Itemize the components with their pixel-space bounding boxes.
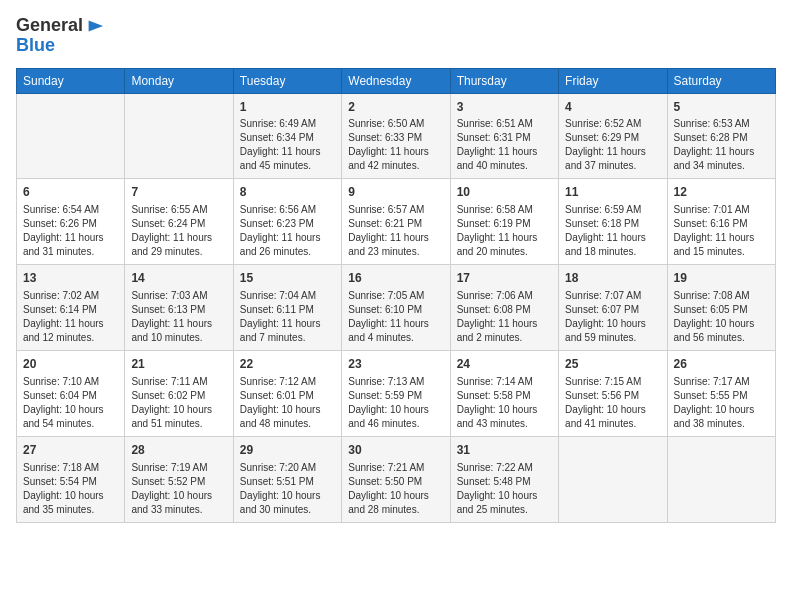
day-number: 1 — [240, 99, 335, 116]
calendar-cell — [17, 93, 125, 179]
calendar-cell: 7Sunrise: 6:55 AM Sunset: 6:24 PM Daylig… — [125, 179, 233, 265]
day-number: 25 — [565, 356, 660, 373]
calendar-cell: 13Sunrise: 7:02 AM Sunset: 6:14 PM Dayli… — [17, 265, 125, 351]
calendar-cell: 1Sunrise: 6:49 AM Sunset: 6:34 PM Daylig… — [233, 93, 341, 179]
calendar-cell: 30Sunrise: 7:21 AM Sunset: 5:50 PM Dayli… — [342, 436, 450, 522]
week-row-5: 27Sunrise: 7:18 AM Sunset: 5:54 PM Dayli… — [17, 436, 776, 522]
day-number: 12 — [674, 184, 769, 201]
cell-info: Sunrise: 7:14 AM Sunset: 5:58 PM Dayligh… — [457, 375, 552, 431]
cell-info: Sunrise: 7:06 AM Sunset: 6:08 PM Dayligh… — [457, 289, 552, 345]
day-number: 23 — [348, 356, 443, 373]
calendar-cell: 28Sunrise: 7:19 AM Sunset: 5:52 PM Dayli… — [125, 436, 233, 522]
day-header-friday: Friday — [559, 68, 667, 93]
header-row: SundayMondayTuesdayWednesdayThursdayFrid… — [17, 68, 776, 93]
day-number: 17 — [457, 270, 552, 287]
week-row-2: 6Sunrise: 6:54 AM Sunset: 6:26 PM Daylig… — [17, 179, 776, 265]
day-header-wednesday: Wednesday — [342, 68, 450, 93]
cell-info: Sunrise: 7:11 AM Sunset: 6:02 PM Dayligh… — [131, 375, 226, 431]
day-number: 16 — [348, 270, 443, 287]
calendar-cell: 26Sunrise: 7:17 AM Sunset: 5:55 PM Dayli… — [667, 350, 775, 436]
day-number: 14 — [131, 270, 226, 287]
cell-info: Sunrise: 7:07 AM Sunset: 6:07 PM Dayligh… — [565, 289, 660, 345]
calendar-cell: 5Sunrise: 6:53 AM Sunset: 6:28 PM Daylig… — [667, 93, 775, 179]
day-number: 9 — [348, 184, 443, 201]
cell-info: Sunrise: 6:59 AM Sunset: 6:18 PM Dayligh… — [565, 203, 660, 259]
calendar-cell: 19Sunrise: 7:08 AM Sunset: 6:05 PM Dayli… — [667, 265, 775, 351]
calendar-cell — [125, 93, 233, 179]
calendar-cell: 25Sunrise: 7:15 AM Sunset: 5:56 PM Dayli… — [559, 350, 667, 436]
calendar-body: 1Sunrise: 6:49 AM Sunset: 6:34 PM Daylig… — [17, 93, 776, 522]
cell-info: Sunrise: 7:10 AM Sunset: 6:04 PM Dayligh… — [23, 375, 118, 431]
day-number: 8 — [240, 184, 335, 201]
day-number: 22 — [240, 356, 335, 373]
cell-info: Sunrise: 6:51 AM Sunset: 6:31 PM Dayligh… — [457, 117, 552, 173]
cell-info: Sunrise: 6:54 AM Sunset: 6:26 PM Dayligh… — [23, 203, 118, 259]
day-number: 6 — [23, 184, 118, 201]
calendar-table: SundayMondayTuesdayWednesdayThursdayFrid… — [16, 68, 776, 523]
cell-info: Sunrise: 6:58 AM Sunset: 6:19 PM Dayligh… — [457, 203, 552, 259]
day-number: 4 — [565, 99, 660, 116]
cell-info: Sunrise: 6:49 AM Sunset: 6:34 PM Dayligh… — [240, 117, 335, 173]
day-number: 30 — [348, 442, 443, 459]
calendar-cell: 4Sunrise: 6:52 AM Sunset: 6:29 PM Daylig… — [559, 93, 667, 179]
cell-info: Sunrise: 7:13 AM Sunset: 5:59 PM Dayligh… — [348, 375, 443, 431]
calendar-cell: 24Sunrise: 7:14 AM Sunset: 5:58 PM Dayli… — [450, 350, 558, 436]
calendar-cell: 31Sunrise: 7:22 AM Sunset: 5:48 PM Dayli… — [450, 436, 558, 522]
week-row-4: 20Sunrise: 7:10 AM Sunset: 6:04 PM Dayli… — [17, 350, 776, 436]
cell-info: Sunrise: 6:50 AM Sunset: 6:33 PM Dayligh… — [348, 117, 443, 173]
day-number: 18 — [565, 270, 660, 287]
calendar-cell: 6Sunrise: 6:54 AM Sunset: 6:26 PM Daylig… — [17, 179, 125, 265]
day-header-thursday: Thursday — [450, 68, 558, 93]
day-number: 27 — [23, 442, 118, 459]
day-number: 31 — [457, 442, 552, 459]
cell-info: Sunrise: 7:04 AM Sunset: 6:11 PM Dayligh… — [240, 289, 335, 345]
day-number: 20 — [23, 356, 118, 373]
logo-text: General Blue — [16, 16, 103, 56]
cell-info: Sunrise: 7:05 AM Sunset: 6:10 PM Dayligh… — [348, 289, 443, 345]
calendar-cell: 22Sunrise: 7:12 AM Sunset: 6:01 PM Dayli… — [233, 350, 341, 436]
day-number: 24 — [457, 356, 552, 373]
calendar-cell: 8Sunrise: 6:56 AM Sunset: 6:23 PM Daylig… — [233, 179, 341, 265]
cell-info: Sunrise: 7:08 AM Sunset: 6:05 PM Dayligh… — [674, 289, 769, 345]
calendar-cell — [559, 436, 667, 522]
day-number: 2 — [348, 99, 443, 116]
calendar-cell: 21Sunrise: 7:11 AM Sunset: 6:02 PM Dayli… — [125, 350, 233, 436]
calendar-cell: 2Sunrise: 6:50 AM Sunset: 6:33 PM Daylig… — [342, 93, 450, 179]
day-number: 3 — [457, 99, 552, 116]
cell-info: Sunrise: 7:15 AM Sunset: 5:56 PM Dayligh… — [565, 375, 660, 431]
cell-info: Sunrise: 6:52 AM Sunset: 6:29 PM Dayligh… — [565, 117, 660, 173]
day-header-saturday: Saturday — [667, 68, 775, 93]
calendar-cell: 14Sunrise: 7:03 AM Sunset: 6:13 PM Dayli… — [125, 265, 233, 351]
week-row-3: 13Sunrise: 7:02 AM Sunset: 6:14 PM Dayli… — [17, 265, 776, 351]
day-number: 26 — [674, 356, 769, 373]
cell-info: Sunrise: 7:20 AM Sunset: 5:51 PM Dayligh… — [240, 461, 335, 517]
cell-info: Sunrise: 7:21 AM Sunset: 5:50 PM Dayligh… — [348, 461, 443, 517]
calendar-cell: 15Sunrise: 7:04 AM Sunset: 6:11 PM Dayli… — [233, 265, 341, 351]
calendar-cell: 23Sunrise: 7:13 AM Sunset: 5:59 PM Dayli… — [342, 350, 450, 436]
logo: General Blue — [16, 16, 103, 56]
cell-info: Sunrise: 7:19 AM Sunset: 5:52 PM Dayligh… — [131, 461, 226, 517]
cell-info: Sunrise: 7:17 AM Sunset: 5:55 PM Dayligh… — [674, 375, 769, 431]
day-number: 5 — [674, 99, 769, 116]
calendar-cell: 9Sunrise: 6:57 AM Sunset: 6:21 PM Daylig… — [342, 179, 450, 265]
page-header: General Blue — [16, 16, 776, 56]
calendar-cell: 17Sunrise: 7:06 AM Sunset: 6:08 PM Dayli… — [450, 265, 558, 351]
day-number: 21 — [131, 356, 226, 373]
cell-info: Sunrise: 6:53 AM Sunset: 6:28 PM Dayligh… — [674, 117, 769, 173]
day-number: 15 — [240, 270, 335, 287]
calendar-cell: 3Sunrise: 6:51 AM Sunset: 6:31 PM Daylig… — [450, 93, 558, 179]
cell-info: Sunrise: 7:22 AM Sunset: 5:48 PM Dayligh… — [457, 461, 552, 517]
day-header-tuesday: Tuesday — [233, 68, 341, 93]
calendar-header: SundayMondayTuesdayWednesdayThursdayFrid… — [17, 68, 776, 93]
cell-info: Sunrise: 7:18 AM Sunset: 5:54 PM Dayligh… — [23, 461, 118, 517]
day-number: 28 — [131, 442, 226, 459]
calendar-cell: 27Sunrise: 7:18 AM Sunset: 5:54 PM Dayli… — [17, 436, 125, 522]
calendar-cell: 29Sunrise: 7:20 AM Sunset: 5:51 PM Dayli… — [233, 436, 341, 522]
cell-info: Sunrise: 6:55 AM Sunset: 6:24 PM Dayligh… — [131, 203, 226, 259]
day-number: 11 — [565, 184, 660, 201]
cell-info: Sunrise: 6:56 AM Sunset: 6:23 PM Dayligh… — [240, 203, 335, 259]
day-number: 29 — [240, 442, 335, 459]
calendar-cell: 11Sunrise: 6:59 AM Sunset: 6:18 PM Dayli… — [559, 179, 667, 265]
day-number: 13 — [23, 270, 118, 287]
calendar-cell: 10Sunrise: 6:58 AM Sunset: 6:19 PM Dayli… — [450, 179, 558, 265]
